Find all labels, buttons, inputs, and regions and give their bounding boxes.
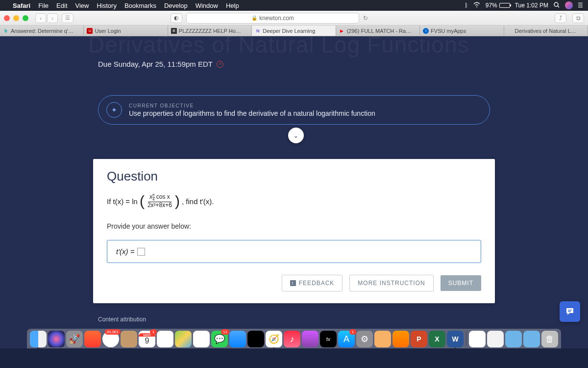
close-window-button[interactable]: [4, 15, 10, 21]
question-statement: If t(x) = ln ( x54 cos x 2x²+8x+6 ) , fi…: [107, 193, 481, 210]
dock-mail[interactable]: [229, 331, 246, 347]
dock-photos[interactable]: ✿: [193, 331, 210, 347]
safari-toolbar: ‹ › ☰ ◐ 🔒 knewton.com ↻ ⤴ ⧉: [0, 11, 588, 26]
traffic-lights: [4, 15, 28, 21]
menu-develop[interactable]: Develop: [164, 2, 188, 9]
dock-safari[interactable]: 🧭: [266, 331, 282, 347]
feedback-icon: !: [290, 280, 296, 286]
dock-powerpoint[interactable]: P: [411, 331, 427, 347]
svg-line-2: [558, 6, 559, 7]
forward-button[interactable]: ›: [47, 13, 58, 23]
privacy-shield-button[interactable]: ◐: [171, 13, 182, 23]
tab-user-login[interactable]: UUser Login: [84, 26, 168, 36]
math-input-box[interactable]: [137, 248, 145, 256]
knewton-icon: N: [255, 28, 261, 34]
dock-app1[interactable]: [374, 331, 391, 347]
url-host: knewton.com: [259, 15, 294, 22]
dock-activity[interactable]: [84, 331, 101, 347]
dock-preferences[interactable]: ⚙: [356, 331, 373, 347]
dock-podcasts[interactable]: [302, 331, 318, 347]
tab-derivatives[interactable]: Derivatives of Natural L…: [504, 26, 588, 36]
background-title-fragment: Derivatives of Natural Log Functions: [88, 36, 469, 58]
tab-overview-button[interactable]: ⧉: [572, 13, 584, 23]
spotlight-icon[interactable]: [553, 1, 560, 10]
feedback-button[interactable]: !FEEDBACK: [282, 275, 343, 291]
tab-answered[interactable]: bAnswered: Determine q'…: [0, 26, 84, 36]
tab-strip: bAnswered: Determine q'… UUser Login BPL…: [0, 26, 588, 36]
dock-trash[interactable]: 🗑: [541, 331, 558, 347]
chat-button[interactable]: [560, 301, 580, 322]
dock-messages[interactable]: 💬11: [211, 331, 228, 347]
svg-point-1: [554, 2, 558, 6]
dock-music[interactable]: ♪: [284, 331, 300, 347]
tab-help[interactable]: BPLZZZZZZZZ HELP Ho…: [168, 26, 252, 36]
reload-button[interactable]: ↻: [363, 15, 373, 22]
dock-appstore[interactable]: A1: [338, 331, 355, 347]
dock-maps[interactable]: [175, 331, 192, 347]
share-button[interactable]: ⤴: [555, 13, 566, 23]
dock-contacts[interactable]: [121, 331, 137, 347]
tab-fvsu[interactable]: iFVSU myApps: [420, 26, 504, 36]
fullscreen-window-button[interactable]: [23, 15, 28, 21]
dock-excel[interactable]: X: [429, 331, 445, 347]
dock-launchpad[interactable]: 🚀: [66, 331, 83, 347]
page-content: Derivatives of Natural Log Functions Due…: [0, 36, 588, 348]
app-name[interactable]: Safari: [13, 2, 30, 9]
question-heading: Question: [107, 169, 481, 184]
menu-history[interactable]: History: [97, 2, 116, 9]
objective-label: CURRENT OBJECTIVE: [129, 103, 375, 108]
menubar-clock[interactable]: Tue 1:02 PM: [515, 2, 548, 9]
fraction: x54 cos x 2x²+8x+6: [147, 193, 172, 209]
menu-view[interactable]: View: [75, 2, 89, 9]
lock-icon: 🔒: [251, 15, 257, 21]
wifi-icon[interactable]: [473, 2, 481, 9]
login-icon: U: [87, 28, 93, 34]
star-icon: ✦: [106, 102, 122, 118]
dock-tv[interactable]: tv: [320, 331, 337, 347]
dock-pages[interactable]: [392, 331, 409, 347]
address-bar[interactable]: 🔒 knewton.com: [186, 13, 359, 24]
back-button[interactable]: ‹: [35, 13, 46, 23]
menu-file[interactable]: File: [38, 2, 49, 9]
menu-window[interactable]: Window: [196, 2, 218, 9]
dock-reminders[interactable]: [157, 331, 173, 347]
dock-stocks[interactable]: [247, 331, 264, 347]
dock-finder[interactable]: [30, 331, 47, 347]
provide-answer-label: Provide your answer below:: [107, 222, 481, 230]
dock-chrome[interactable]: 20,061: [102, 331, 119, 347]
battery-status[interactable]: 97%: [486, 2, 510, 9]
submit-button[interactable]: SUBMIT: [441, 275, 481, 291]
minimize-window-button[interactable]: [13, 15, 19, 21]
dock-separator: [466, 331, 466, 346]
dock-word[interactable]: W: [447, 331, 464, 347]
notification-center-icon[interactable]: ☰: [578, 2, 583, 9]
macos-menubar: Safari File Edit View History Bookmarks …: [0, 0, 588, 11]
menu-bookmarks[interactable]: Bookmarks: [124, 2, 156, 9]
expand-down-button[interactable]: ⌄: [288, 128, 304, 143]
dock-downloads[interactable]: [487, 331, 504, 347]
macos-dock: 🚀 20,061 MAR91 ✿ 💬11 🧭 ♪ tv A1 ⚙ P X W 🗑: [27, 329, 561, 348]
answer-input[interactable]: t'(x) =: [107, 240, 481, 263]
content-attribution[interactable]: Content attribution: [98, 316, 146, 323]
control-center-icon[interactable]: [565, 1, 573, 9]
menu-help[interactable]: Help: [226, 2, 239, 9]
objective-description: Use properties of logarithms to find the…: [129, 109, 375, 117]
battery-icon: [499, 3, 510, 8]
sidebar-toggle-button[interactable]: ☰: [62, 13, 74, 23]
info-icon: i: [423, 28, 429, 34]
dock-folder2[interactable]: [523, 331, 540, 347]
current-objective-pill: ✦ CURRENT OBJECTIVE Use properties of lo…: [98, 95, 490, 125]
dock-siri[interactable]: [48, 331, 65, 347]
tab-youtube[interactable]: ▶(296) FULL MATCH - Ra…: [336, 26, 420, 36]
menu-edit[interactable]: Edit: [56, 2, 67, 9]
question-card: Question If t(x) = ln ( x54 cos x 2x²+8x…: [93, 159, 495, 303]
bartleby-icon: b: [3, 28, 9, 34]
due-date: Due Sunday, Apr 25, 11:59pm EDT: [98, 60, 223, 68]
dock-folder1[interactable]: [505, 331, 522, 347]
more-instruction-button[interactable]: MORE INSTRUCTION: [349, 275, 433, 291]
dock-acrobat[interactable]: [469, 331, 486, 347]
bluetooth-icon[interactable]: ᛒ: [465, 2, 468, 9]
dock-calendar[interactable]: MAR91: [139, 331, 155, 347]
tab-deeper-dive[interactable]: NDeeper Dive Learning: [252, 26, 336, 36]
brainly-icon: B: [171, 28, 177, 34]
